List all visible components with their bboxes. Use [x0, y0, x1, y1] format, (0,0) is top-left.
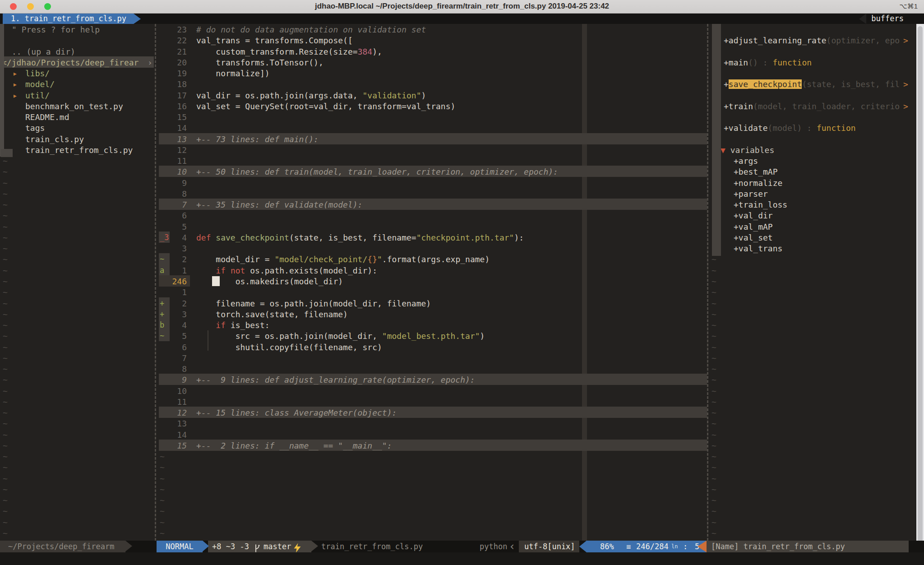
code-token: +val_dir [734, 211, 773, 220]
empty-line-tilde: ~ [711, 473, 716, 484]
buffers-label[interactable]: buffers [871, 14, 904, 24]
code-line[interactable]: # do not do data augmentation on validat… [196, 24, 426, 35]
code-line[interactable]: transforms.ToTensor(), [196, 57, 323, 68]
line-number: 4 [160, 232, 187, 243]
empty-line-tilde: ~ [3, 505, 8, 517]
code-token: (state, is_best, filename= [289, 233, 416, 242]
scrollbar-thumb[interactable] [918, 26, 923, 560]
tagbar-scrollbar[interactable] [712, 24, 721, 256]
nerdtree-dir-item[interactable]: util/ [25, 90, 50, 101]
tagbar-kind-header[interactable]: ▼ variables [721, 144, 774, 156]
line-number: 2 [160, 298, 187, 309]
tagbar-tag-item[interactable]: +best_mAP [734, 166, 778, 177]
line-number: 11 [160, 396, 187, 408]
tagbar-tag-item[interactable]: +val_set [734, 232, 773, 243]
tagbar-tag-item[interactable]: +parser [734, 188, 768, 199]
code-line[interactable]: normalize]) [196, 68, 270, 79]
nerdtree-cursor-block [1, 149, 13, 157]
titlebar[interactable]: jdhao-MBP.local ~/Projects/deep_firearm/… [0, 0, 924, 14]
folder-arrow-icon[interactable]: ▸ [13, 90, 18, 101]
code-token: val_dir = os.path.join(args.data, [196, 91, 362, 100]
empty-line-tilde: ~ [3, 298, 8, 309]
code-line[interactable]: val_set = QuerySet(root=val_dir, transfo… [196, 101, 455, 112]
code-token: +main [724, 58, 748, 67]
nerdtree-updir[interactable]: .. (up a dir) [12, 46, 75, 57]
nerdtree-file-item[interactable]: train_retr_from_cls.py [25, 144, 133, 156]
fold-line-text[interactable]: +-- 50 lines: def train(model, train_loa… [196, 166, 558, 177]
empty-line-tilde: ~ [711, 309, 716, 320]
nerdtree-scrollbar[interactable] [0, 24, 4, 157]
empty-line-tilde: ~ [160, 462, 165, 473]
code-line[interactable]: def save_checkpoint(state, is_best, file… [196, 232, 524, 243]
code-line[interactable]: src = os.path.join(model_dir, "model_bes… [196, 330, 485, 342]
code-token [196, 320, 216, 330]
nerdtree-dir-item[interactable]: libs/ [25, 68, 50, 79]
line-number: 13 [160, 418, 187, 429]
tagbar-tag-item[interactable]: +val_mAP [734, 221, 773, 232]
command-line[interactable] [0, 552, 924, 565]
code-token: () : [748, 58, 772, 67]
tagbar-tag-item[interactable]: +val_trans [734, 243, 782, 254]
empty-line-tilde: ~ [160, 484, 165, 495]
line-number: 9 [160, 374, 187, 385]
tagbar-tag-item[interactable]: +args [734, 155, 758, 167]
tagbar-tag-item[interactable]: +val_dir [734, 210, 773, 221]
macvim-window: jdhao-MBP.local ~/Projects/deep_firearm/… [0, 0, 924, 565]
fold-line-text[interactable]: +-- 2 lines: if __name__ == "__main__": [196, 440, 392, 451]
folder-arrow-icon[interactable]: ▸ [13, 79, 18, 90]
fold-line-text[interactable]: +-- 35 lines: def validate(model): [196, 199, 362, 210]
empty-line-tilde: ~ [160, 495, 165, 506]
code-token: function [817, 123, 856, 133]
code-line[interactable]: if not os.path.exists(model_dir): [196, 265, 377, 276]
folder-arrow-icon[interactable]: ▸ [13, 68, 18, 79]
code-token: def [196, 233, 211, 242]
tab-arrow-icon [134, 14, 141, 24]
fold-line-text[interactable]: +-- 15 lines: class AverageMeter(object)… [196, 407, 397, 418]
empty-line-tilde: ~ [711, 385, 716, 397]
code-token: normalize]) [196, 69, 270, 78]
code-line[interactable]: torch.save(state, filename) [196, 309, 348, 320]
code-token: (state, is_best, fil [802, 79, 900, 89]
empty-line-tilde: ~ [3, 495, 8, 506]
powerline-arrow-icon [203, 541, 209, 551]
nerdtree-file-item[interactable]: tags [25, 122, 45, 134]
tagbar-tag-item[interactable]: +adjust_learning_rate(optimizer, epo [724, 35, 900, 46]
nerdtree-file-item[interactable]: train_cls.py [25, 134, 84, 145]
indent-guide [208, 330, 208, 351]
tagbar-tag-item[interactable]: +main() : function [724, 57, 812, 68]
tagbar-tag-item[interactable]: +normalize [734, 177, 782, 189]
status-filetype: python [480, 541, 507, 552]
line-number: 23 [160, 24, 187, 35]
empty-line-tilde: ~ [711, 287, 716, 298]
window-separator-right[interactable] [707, 24, 708, 541]
nerdtree-file-item[interactable]: README.md [25, 111, 69, 123]
nerdtree-file-item[interactable]: benchmark_on_test.py [25, 101, 123, 112]
tagbar-tag-item[interactable]: +save_checkpoint(state, is_best, fil [724, 79, 900, 90]
line-number: 10 [160, 166, 187, 177]
fold-line-text[interactable]: +-- 73 lines: def main(): [196, 134, 319, 145]
code-token: ▼ [721, 145, 730, 155]
code-line[interactable]: val_trans = transforms.Compose([ [196, 35, 353, 46]
ln-glyph-icon: ln [671, 541, 678, 552]
code-token: val_trans = transforms.Compose([ [196, 36, 353, 45]
code-line[interactable]: custom_transform.Resize(size=384), [196, 46, 382, 57]
code-line[interactable]: val_dir = os.path.join(args.data, "valid… [196, 90, 426, 101]
empty-line-tilde: ~ [3, 265, 8, 276]
code-line[interactable]: shutil.copyfile(filename, src) [196, 342, 382, 353]
tagbar-tag-item[interactable]: +train_loss [734, 199, 787, 210]
tagbar-tag-item[interactable]: +train(model, train_loader, criterio [724, 101, 900, 112]
line-number: 22 [160, 35, 187, 46]
empty-line-tilde: ~ [3, 374, 8, 385]
fold-line-text[interactable]: +-- 9 lines: def adjust_learning_rate(op… [196, 374, 475, 385]
code-line[interactable]: if is_best: [196, 320, 270, 331]
tagbar-tag-item[interactable]: +validate(model) : function [724, 122, 856, 134]
empty-line-tilde: ~ [3, 484, 8, 495]
nerdtree-root[interactable]: </jdhao/Projects/deep_firear [2, 57, 139, 68]
powerline-arrow-icon [311, 541, 318, 551]
code-token: +train_loss [734, 200, 787, 209]
nerdtree-dir-item[interactable]: model/ [25, 79, 55, 90]
tab-train-retr-from-cls[interactable]: 1. train_retr_from_cls.py [3, 14, 134, 24]
window-separator-left[interactable] [155, 24, 156, 541]
code-line[interactable]: model_dir = "model/check_point/{}".forma… [196, 254, 490, 265]
code-line[interactable]: filename = os.path.join(model_dir, filen… [196, 298, 431, 309]
